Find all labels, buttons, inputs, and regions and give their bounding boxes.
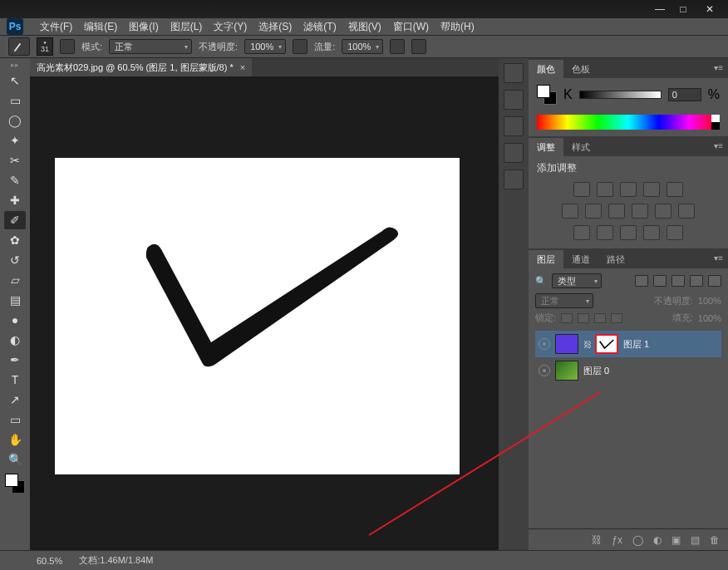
blend-mode-dropdown[interactable]: 正常: [109, 39, 192, 54]
delete-layer-icon[interactable]: 🗑: [710, 534, 720, 546]
adj-hue-icon[interactable]: [562, 204, 578, 219]
brushes-icon[interactable]: [504, 116, 524, 136]
adj-photofilter-icon[interactable]: [632, 204, 648, 219]
tab-paths[interactable]: 路径: [598, 250, 633, 268]
layer-name[interactable]: 图层 1: [623, 338, 649, 351]
adj-gradientmap-icon[interactable]: [643, 225, 660, 240]
color-spectrum[interactable]: [537, 115, 720, 130]
color-value-input[interactable]: 0: [668, 88, 701, 101]
marquee-tool[interactable]: ▭: [4, 91, 26, 110]
tools-grip[interactable]: ▸▸: [4, 60, 26, 70]
menu-view[interactable]: 视图(V): [348, 20, 381, 34]
adj-levels-icon[interactable]: [597, 182, 613, 197]
history-brush-tool[interactable]: ↺: [4, 251, 26, 269]
canvas-viewport[interactable]: [30, 76, 499, 550]
eyedropper-tool[interactable]: ✎: [4, 171, 26, 189]
color-panel-swatches[interactable]: [537, 85, 557, 105]
panel-menu-icon[interactable]: ▾≡: [714, 63, 723, 72]
new-layer-icon[interactable]: ▤: [691, 534, 700, 546]
panel-menu-icon[interactable]: ▾≡: [714, 141, 723, 150]
lasso-tool[interactable]: ◯: [4, 111, 26, 130]
airbrush-icon[interactable]: [390, 39, 405, 54]
menu-file[interactable]: 文件(F): [40, 20, 72, 34]
layer-row[interactable]: 图层 0: [535, 357, 721, 384]
new-fill-icon[interactable]: ◐: [653, 534, 662, 546]
layer-thumbnail[interactable]: [555, 361, 578, 381]
layer-thumbnail[interactable]: [555, 334, 578, 354]
menu-select[interactable]: 选择(S): [258, 20, 292, 34]
document-tab[interactable]: 高光素材029.jpg @ 60.5% (图层 1, 图层蒙版/8) * ×: [30, 58, 252, 76]
filter-pixel-icon[interactable]: [635, 275, 648, 287]
move-tool[interactable]: ↖: [4, 71, 26, 90]
adj-invert-icon[interactable]: [573, 225, 590, 240]
color-slider[interactable]: [579, 91, 662, 99]
eraser-tool[interactable]: ▱: [4, 271, 26, 289]
adj-bw-icon[interactable]: [608, 204, 625, 219]
panel-menu-icon[interactable]: ▾≡: [714, 253, 723, 263]
close-document-icon[interactable]: ×: [240, 62, 245, 72]
visibility-toggle[interactable]: [539, 365, 550, 376]
close-button[interactable]: ✕: [695, 2, 725, 17]
color-swatches[interactable]: [5, 474, 25, 494]
path-select-tool[interactable]: ↗: [4, 391, 26, 409]
magic-wand-tool[interactable]: ✦: [4, 131, 26, 150]
document-size[interactable]: 文档:1.46M/1.84M: [79, 554, 153, 567]
brush-panel-icon[interactable]: [60, 39, 75, 54]
blur-tool[interactable]: ●: [4, 311, 26, 329]
artboard[interactable]: [55, 158, 460, 474]
adj-balance-icon[interactable]: [585, 204, 602, 219]
menu-filter[interactable]: 滤镜(T): [303, 20, 336, 34]
filter-adjust-icon[interactable]: [653, 275, 667, 287]
foreground-swatch[interactable]: [5, 474, 18, 487]
layer-row[interactable]: ⛓ 图层 1: [535, 331, 721, 357]
filter-type-icon[interactable]: [671, 275, 685, 287]
tool-preset-picker[interactable]: [8, 37, 30, 56]
lock-pixels-icon[interactable]: [578, 313, 589, 323]
history-panel-icon[interactable]: [504, 63, 524, 83]
pressure-opacity-icon[interactable]: [293, 39, 307, 54]
zoom-level[interactable]: 60.5%: [37, 556, 62, 566]
menu-help[interactable]: 帮助(H): [440, 20, 475, 34]
lock-transparency-icon[interactable]: [561, 313, 573, 323]
adj-curves-icon[interactable]: [620, 182, 637, 197]
adj-threshold-icon[interactable]: [620, 225, 637, 240]
adj-lut-icon[interactable]: [678, 204, 695, 219]
visibility-toggle[interactable]: [539, 338, 550, 350]
new-group-icon[interactable]: ▣: [671, 534, 681, 546]
3d-panel-icon[interactable]: [504, 170, 524, 189]
maximize-button[interactable]: □: [671, 2, 695, 17]
add-mask-icon[interactable]: ◯: [632, 534, 643, 546]
adj-vibrance-icon[interactable]: [667, 182, 683, 197]
layer-fx-icon[interactable]: ƒx: [612, 534, 622, 546]
filter-shape-icon[interactable]: [690, 275, 703, 287]
type-tool[interactable]: T: [4, 371, 26, 389]
tab-adjustments[interactable]: 调整: [529, 138, 563, 156]
menu-window[interactable]: 窗口(W): [393, 20, 429, 34]
menu-layer[interactable]: 图层(L): [170, 20, 203, 34]
brush-size-picker[interactable]: ● 31: [37, 37, 53, 56]
stamp-tool[interactable]: ✿: [4, 231, 26, 249]
shape-tool[interactable]: ▭: [4, 410, 26, 429]
adj-brightness-icon[interactable]: [573, 182, 590, 197]
menu-edit[interactable]: 编辑(E): [84, 20, 117, 34]
lock-position-icon[interactable]: [594, 313, 606, 323]
tab-color[interactable]: 颜色: [529, 60, 563, 78]
tab-swatches[interactable]: 色板: [563, 60, 598, 78]
opacity-dropdown[interactable]: 100%: [244, 39, 286, 54]
adj-channelmixer-icon[interactable]: [655, 204, 671, 219]
filter-smart-icon[interactable]: [708, 275, 721, 287]
healing-tool[interactable]: ✚: [4, 191, 26, 209]
pen-tool[interactable]: ✒: [4, 351, 26, 369]
gradient-tool[interactable]: ▤: [4, 291, 26, 309]
layer-mask-thumbnail[interactable]: [595, 334, 618, 354]
brush-settings-icon[interactable]: [504, 90, 524, 110]
tab-layers[interactable]: 图层: [529, 250, 563, 268]
clone-source-icon[interactable]: [504, 143, 524, 163]
crop-tool[interactable]: ✂: [4, 151, 26, 170]
link-layers-icon[interactable]: ⛓: [592, 534, 602, 546]
menu-type[interactable]: 文字(Y): [214, 20, 247, 34]
adj-selective-icon[interactable]: [667, 225, 683, 240]
dodge-tool[interactable]: ◐: [4, 331, 26, 349]
tab-channels[interactable]: 通道: [563, 250, 598, 268]
tab-styles[interactable]: 样式: [563, 138, 598, 156]
